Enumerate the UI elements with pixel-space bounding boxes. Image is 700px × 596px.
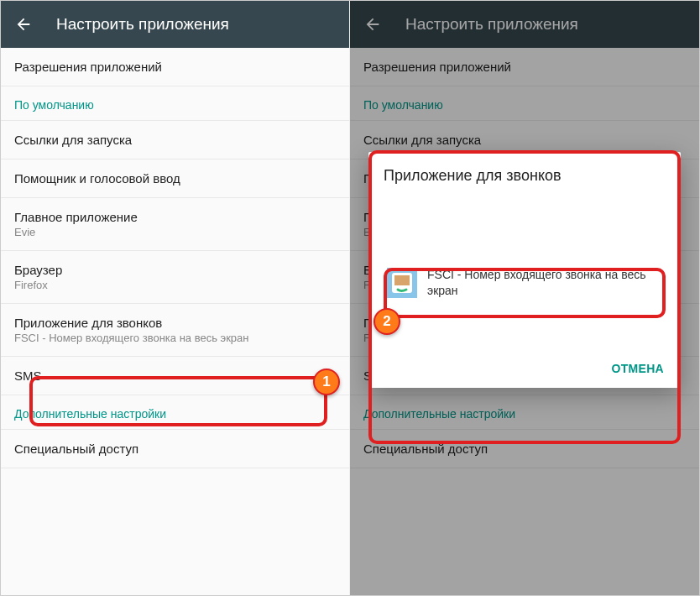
item-sms[interactable]: SMS xyxy=(1,357,349,395)
item-label: Специальный доступ xyxy=(14,442,336,456)
phone-right: Настроить приложения Разрешения приложен… xyxy=(350,1,699,595)
dialog-actions: ОТМЕНА xyxy=(384,356,666,381)
item-sublabel: Firefox xyxy=(14,279,336,291)
item-sublabel: Evie xyxy=(14,226,336,238)
dialog-option-label: FSCI - Номер входящего звонка на весь эк… xyxy=(427,267,662,299)
item-label: Разрешения приложений xyxy=(14,60,336,74)
dialog-title: Приложение для звонков xyxy=(384,167,666,185)
toolbar: Настроить приложения xyxy=(1,1,349,48)
step-badge-1: 1 xyxy=(313,369,340,395)
back-arrow-icon[interactable] xyxy=(14,15,33,34)
phone-left: Настроить приложения Разрешения приложен… xyxy=(1,1,350,595)
fsci-app-icon xyxy=(387,268,417,298)
item-label: Браузер xyxy=(14,263,336,277)
dialog-option-fsci[interactable]: FSCI - Номер входящего звонка на весь эк… xyxy=(384,260,666,306)
item-launch-links[interactable]: Ссылки для запуска xyxy=(1,121,349,159)
section-advanced: Дополнительные настройки xyxy=(1,395,349,430)
step-badge-2: 2 xyxy=(374,308,400,335)
toolbar-title: Настроить приложения xyxy=(56,15,229,34)
item-label: Приложение для звонков xyxy=(14,316,336,330)
item-browser[interactable]: Браузер Firefox xyxy=(1,251,349,304)
item-calls-app[interactable]: Приложение для звонков FSCI - Номер вход… xyxy=(1,304,349,357)
item-special-access[interactable]: Специальный доступ xyxy=(1,430,349,468)
item-home-app[interactable]: Главное приложение Evie xyxy=(1,198,349,251)
item-sublabel: FSCI - Номер входящего звонка на весь эк… xyxy=(14,332,336,344)
item-label: Ссылки для запуска xyxy=(14,133,336,147)
svg-rect-2 xyxy=(394,275,410,285)
item-assistant[interactable]: Помощник и голосовой ввод xyxy=(1,159,349,198)
item-permissions[interactable]: Разрешения приложений xyxy=(1,48,349,86)
item-label: SMS xyxy=(14,369,336,383)
item-label: Главное приложение xyxy=(14,210,336,224)
settings-list: Разрешения приложений По умолчанию Ссылк… xyxy=(1,48,349,468)
item-label: Помощник и голосовой ввод xyxy=(14,171,336,186)
calls-app-dialog: Приложение для звонков FSCI - Номер вход… xyxy=(368,152,681,388)
section-defaults: По умолчанию xyxy=(1,86,349,121)
cancel-button[interactable]: ОТМЕНА xyxy=(612,362,664,375)
screenshot-pair: Настроить приложения Разрешения приложен… xyxy=(0,0,700,596)
